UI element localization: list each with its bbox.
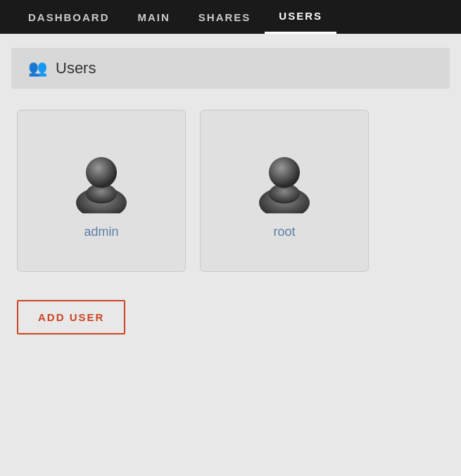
nav-dashboard[interactable]: DASHBOARD bbox=[14, 1, 124, 33]
nav-users[interactable]: USERS bbox=[265, 0, 336, 34]
nav-shares[interactable]: SHARES bbox=[184, 1, 265, 33]
svg-point-5 bbox=[269, 157, 300, 188]
nav-main[interactable]: MAIN bbox=[124, 1, 184, 33]
page-title: Users bbox=[56, 59, 96, 77]
user-card-admin[interactable]: admin bbox=[17, 110, 186, 272]
user-avatar-root bbox=[249, 143, 320, 213]
user-name-admin: admin bbox=[84, 225, 118, 239]
page-header: 👥 Users bbox=[11, 48, 450, 89]
users-icon: 👥 bbox=[28, 59, 47, 77]
user-card-root[interactable]: root bbox=[200, 110, 369, 272]
user-name-root: root bbox=[273, 225, 295, 239]
svg-point-2 bbox=[86, 157, 117, 188]
users-grid: admin root bbox=[0, 89, 461, 293]
nav-bar: DASHBOARD MAIN SHARES USERS bbox=[0, 0, 461, 34]
user-avatar-admin bbox=[66, 143, 137, 213]
add-user-button[interactable]: ADD USER bbox=[17, 300, 125, 334]
